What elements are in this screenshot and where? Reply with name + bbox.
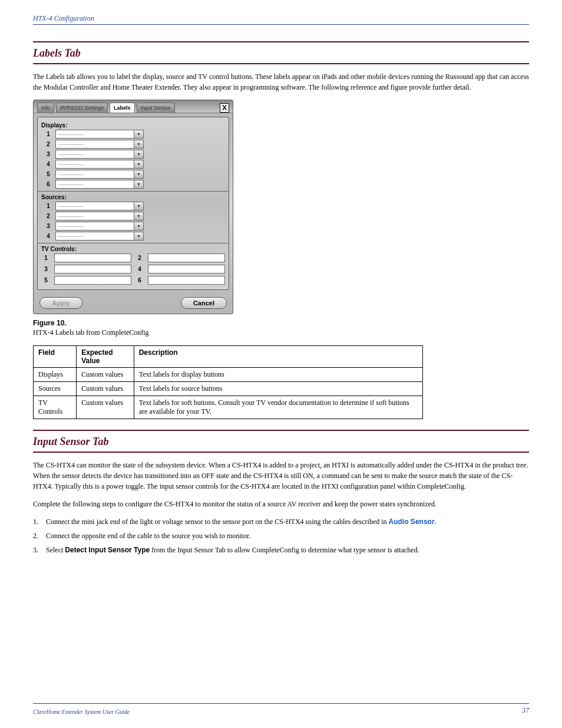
table-cell: Displays	[34, 368, 77, 382]
display-num: 1	[41, 131, 55, 137]
table-cell: Custom values	[77, 382, 134, 396]
step-number: 3.	[33, 545, 46, 555]
tv-input-1[interactable]	[54, 253, 131, 262]
step-number: 1.	[33, 516, 46, 527]
displays-label: Displays:	[41, 122, 225, 129]
tv-input-3[interactable]	[54, 265, 131, 274]
tv-input-4[interactable]	[148, 265, 225, 274]
tab-ir-rs232[interactable]: IR/RS232 Settings	[56, 103, 108, 113]
panel-tabbar: Info IR/RS232 Settings Labels Input Sens…	[34, 100, 233, 113]
display-num: 5	[41, 171, 55, 177]
display-input-1[interactable]: ----------------	[55, 130, 134, 139]
divider-maroon	[33, 452, 529, 453]
step-text: Select	[46, 546, 65, 554]
chevron-down-icon[interactable]: ▼	[134, 140, 144, 149]
chevron-down-icon[interactable]: ▼	[134, 232, 144, 241]
table-cell: Text labels for source buttons	[134, 382, 422, 396]
display-input-5[interactable]: ----------------	[55, 170, 134, 179]
tab-info[interactable]: Info	[37, 103, 54, 113]
figure-label: Figure 10.	[33, 319, 529, 327]
table-row: Sources Custom values Text labels for so…	[34, 382, 423, 396]
sources-label: Sources:	[41, 194, 225, 200]
table-header: Field	[34, 346, 77, 368]
apply-button[interactable]: Apply	[39, 297, 82, 309]
section-body: The CS-HTX4 can monitor the state of the…	[33, 460, 529, 492]
divider-blue	[33, 24, 529, 25]
source-input-4[interactable]: ----------------	[55, 232, 134, 241]
page-number: 37	[522, 706, 529, 715]
footer-title: ClareHome Extender System User Guide	[33, 709, 130, 715]
tv-num: 6	[135, 277, 144, 284]
source-input-1[interactable]: ----------------	[55, 202, 134, 210]
chevron-down-icon[interactable]: ▼	[134, 150, 144, 159]
figure-caption: HTX-4 Labels tab from CompleteConfig	[33, 328, 529, 337]
table-cell: Custom values	[77, 368, 134, 382]
cancel-button[interactable]: Cancel	[181, 297, 227, 309]
tv-num: 1	[41, 255, 51, 261]
tab-labels[interactable]: Labels	[110, 103, 135, 113]
tv-input-2[interactable]	[148, 253, 225, 262]
section-title-labels: Labels Tab	[33, 44, 529, 63]
step-text: .	[435, 518, 437, 526]
display-input-6[interactable]: ----------------	[55, 180, 134, 189]
display-input-4[interactable]: ----------------	[55, 160, 134, 169]
chevron-down-icon[interactable]: ▼	[134, 212, 144, 220]
breadcrumb: HTX-4 Configuration	[33, 14, 529, 23]
chevron-down-icon[interactable]: ▼	[134, 160, 144, 169]
display-num: 2	[41, 141, 55, 147]
table-row: TV Controls Custom values Text labels fo…	[34, 396, 423, 419]
display-num: 4	[41, 161, 55, 167]
display-input-2[interactable]: ----------------	[55, 140, 134, 149]
source-input-3[interactable]: ----------------	[55, 222, 134, 230]
divider-maroon	[33, 430, 529, 431]
divider-maroon	[33, 41, 529, 42]
divider-maroon	[33, 63, 529, 64]
tv-num: 3	[41, 266, 51, 272]
section-body: Complete the following steps to configur…	[33, 499, 529, 509]
tv-num: 5	[41, 277, 51, 284]
section-title-input-sensor: Input Sensor Tab	[33, 432, 529, 452]
table-header: Description	[134, 346, 422, 368]
source-num: 3	[41, 223, 55, 229]
table-cell: TV Controls	[34, 396, 77, 419]
step-text: Connect the opposite end of the cable to…	[46, 531, 529, 541]
table-cell: Custom values	[77, 396, 134, 419]
chevron-down-icon[interactable]: ▼	[134, 130, 144, 139]
step-text: Connect the mini jack end of the light o…	[46, 518, 389, 526]
source-num: 1	[41, 203, 55, 209]
close-icon[interactable]: X	[220, 103, 229, 113]
tv-num: 2	[135, 255, 144, 261]
step-item: 3. Select Detect Input Sensor Type from …	[33, 545, 529, 555]
step-bold: Detect Input Sensor Type	[65, 546, 150, 554]
tv-input-5[interactable]	[54, 276, 131, 285]
section-body: The Labels tab allows you to label the d…	[33, 71, 529, 93]
page-footer: ClareHome Extender System User Guide 37	[33, 703, 529, 715]
table-cell: Sources	[34, 382, 77, 396]
source-input-2[interactable]: ----------------	[55, 212, 134, 220]
table-cell: Text labels for soft buttons. Consult yo…	[134, 396, 422, 419]
step-item: 2. Connect the opposite end of the cable…	[33, 531, 529, 541]
step-number: 2.	[33, 531, 46, 541]
chevron-down-icon[interactable]: ▼	[134, 202, 144, 210]
display-input-3[interactable]: ----------------	[55, 150, 134, 159]
table-cell: Text labels for display buttons	[134, 368, 422, 382]
table-header: Expected Value	[77, 346, 134, 368]
source-num: 4	[41, 233, 55, 239]
tab-input-sensor[interactable]: Input Sensor	[137, 103, 175, 113]
labels-table: Field Expected Value Description Display…	[33, 345, 423, 419]
chevron-down-icon[interactable]: ▼	[134, 222, 144, 230]
chevron-down-icon[interactable]: ▼	[134, 170, 144, 179]
display-num: 3	[41, 151, 55, 157]
tv-input-6[interactable]	[148, 276, 225, 285]
tvcontrols-label: TV Controls:	[41, 246, 225, 252]
chevron-down-icon[interactable]: ▼	[134, 180, 144, 189]
step-text: from the Input Sensor Tab to allow Compl…	[150, 546, 419, 554]
source-num: 2	[41, 213, 55, 219]
tv-num: 4	[135, 266, 144, 272]
link-audio-sensor[interactable]: Audio Sensor	[389, 518, 435, 526]
display-num: 6	[41, 181, 55, 187]
step-item: 1. Connect the mini jack end of the ligh…	[33, 516, 529, 527]
table-row: Displays Custom values Text labels for d…	[34, 368, 423, 382]
config-panel: Info IR/RS232 Settings Labels Input Sens…	[33, 100, 233, 314]
